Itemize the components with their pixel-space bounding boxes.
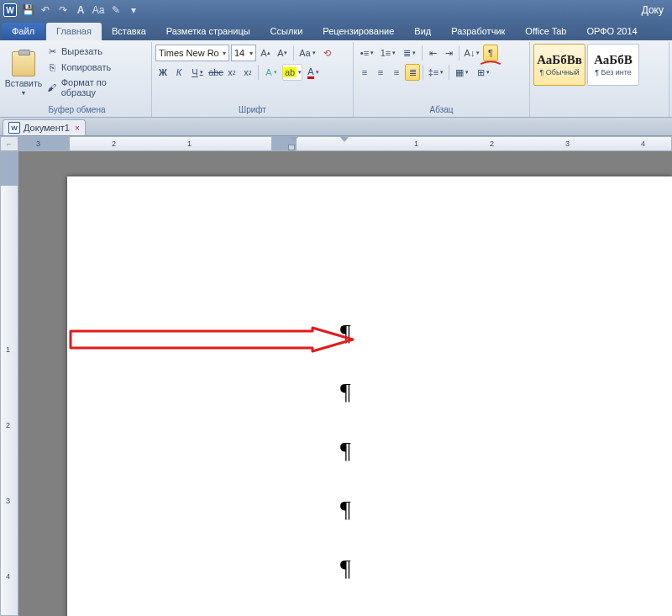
align-justify-button[interactable]: ≣ — [405, 64, 420, 81]
subscript-button[interactable]: x2 — [224, 64, 239, 81]
shading-button[interactable]: ▦ — [452, 64, 472, 81]
style-name: ¶ Без инте — [595, 67, 632, 76]
styles-gallery[interactable]: АаБбВв ¶ Обычный АаБбВ ¶ Без инте — [533, 44, 639, 86]
font-name-combo[interactable]: Times New Ro▾ — [155, 45, 229, 61]
style-normal[interactable]: АаБбВв ¶ Обычный — [533, 44, 585, 86]
style-preview: АаБбВ — [594, 53, 633, 67]
word-doc-icon: W — [8, 122, 20, 134]
sort-button[interactable]: A↓ — [462, 45, 482, 61]
page-area[interactable]: ¶ ¶ ¶ ¶ ¶ — [18, 151, 672, 616]
document-tab-name: Документ1 — [24, 123, 70, 133]
pilcrow-mark: ¶ — [340, 319, 351, 346]
text-case-icon[interactable]: Aa — [91, 3, 106, 18]
italic-button[interactable]: К — [171, 64, 186, 81]
tab-office-tab[interactable]: Office Tab — [515, 23, 576, 40]
first-line-indent-icon[interactable] — [340, 137, 349, 142]
pilcrow-mark: ¶ — [340, 496, 351, 523]
chevron-down-icon: ▾ — [223, 50, 226, 57]
chevron-down-icon: ▾ — [249, 50, 253, 57]
paste-button[interactable]: Вставить ▼ — [6, 44, 41, 103]
font-color-button[interactable]: A — [303, 64, 323, 81]
first-line-indent-icon[interactable] — [290, 137, 298, 142]
numbering-button[interactable]: 1≡ — [378, 45, 398, 61]
align-center-button[interactable]: ≡ — [373, 64, 388, 81]
show-pilcrow-button[interactable]: ¶ — [483, 45, 498, 61]
ruler-number: 4 — [641, 140, 645, 148]
separator — [423, 65, 423, 80]
ruler-number: 2 — [490, 140, 494, 148]
redo-icon[interactable]: ↷ — [55, 3, 71, 18]
tab-references[interactable]: Ссылки — [260, 23, 313, 40]
bold-button[interactable]: Ж — [155, 64, 171, 81]
ruler-number: 3 — [36, 140, 40, 148]
style-preview: АаБбВв — [537, 53, 582, 67]
bullets-button[interactable]: •≡ — [357, 45, 377, 61]
ruler-number: 3 — [565, 140, 570, 148]
style-no-spacing[interactable]: АаБбВ ¶ Без инте — [587, 44, 639, 86]
ruler-number: 1 — [187, 140, 192, 148]
font-size-combo[interactable]: 14▾ — [231, 45, 256, 61]
horizontal-ruler[interactable]: 3 2 1 1 2 3 4 — [18, 136, 672, 151]
pilcrow-mark: ¶ — [340, 555, 351, 582]
qat-more-icon[interactable]: ▾ — [126, 3, 141, 18]
save-icon[interactable]: 💾 — [20, 3, 35, 18]
text-effects-button[interactable]: A — [261, 64, 281, 81]
tab-review[interactable]: Рецензирование — [312, 23, 404, 40]
undo-icon[interactable]: ↶ — [38, 3, 53, 18]
paste-label: Вставить — [5, 78, 43, 88]
change-case-button[interactable]: Aa — [297, 45, 318, 61]
document-page[interactable]: ¶ ¶ ¶ ¶ ¶ — [67, 176, 672, 616]
separator — [449, 65, 449, 80]
copy-label: Копировать — [61, 62, 111, 72]
font-grow-icon[interactable]: A — [73, 3, 88, 18]
multilevel-button[interactable]: ≣ — [399, 45, 419, 61]
ruler-number: 2 — [6, 421, 10, 429]
group-font: Times New Ro▾ 14▾ A▴ A▾ Aa ⟲ Ж К Ч abc x… — [152, 42, 354, 117]
format-painter-label: Формат по образцу — [61, 77, 142, 97]
paintbrush-icon: 🖌 — [46, 82, 58, 93]
copy-icon: ⎘ — [46, 61, 58, 73]
clipboard-icon — [12, 51, 35, 76]
group-paragraph: •≡ 1≡ ≣ ⇤ ⇥ A↓ ¶ ≡ ≡ ≡ ≣ ‡≡ — [354, 42, 530, 117]
align-right-button[interactable]: ≡ — [389, 64, 404, 81]
ruler-corner[interactable]: ⌐ — [0, 136, 18, 151]
style-name: ¶ Обычный — [539, 67, 579, 76]
separator — [422, 45, 423, 61]
hanging-indent-icon[interactable] — [288, 145, 295, 150]
ruler-number: 1 — [414, 140, 418, 148]
strike-button[interactable]: abc — [208, 64, 223, 81]
highlight-button[interactable]: ab — [282, 64, 302, 81]
quick-access-toolbar: 💾 ↶ ↷ A Aa ✎ ▾ — [20, 3, 141, 18]
tab-orfo[interactable]: ОРФО 2014 — [576, 23, 647, 40]
vertical-ruler[interactable]: 1 2 3 4 — [0, 151, 18, 616]
superscript-button[interactable]: x2 — [240, 64, 255, 81]
underline-button[interactable]: Ч — [187, 64, 207, 81]
borders-button[interactable]: ⊞ — [473, 64, 493, 81]
align-left-button[interactable]: ≡ — [357, 64, 372, 81]
copy-button[interactable]: ⎘Копировать — [43, 60, 145, 75]
group-font-label: Шрифт — [155, 103, 349, 117]
line-spacing-button[interactable]: ‡≡ — [426, 64, 446, 81]
close-icon[interactable]: × — [73, 124, 80, 133]
cut-button[interactable]: ✂Вырезать — [43, 44, 145, 59]
font-size-value: 14 — [234, 48, 244, 58]
tab-developer[interactable]: Разработчик — [441, 23, 515, 40]
clear-format-button[interactable]: ⟲ — [319, 45, 334, 61]
tab-insert[interactable]: Вставка — [102, 23, 156, 40]
brush-icon[interactable]: ✎ — [108, 3, 123, 18]
format-painter-button[interactable]: 🖌Формат по образцу — [43, 76, 145, 99]
indent-decrease-button[interactable]: ⇤ — [425, 45, 440, 61]
tab-page-layout[interactable]: Разметка страницы — [156, 23, 260, 40]
shrink-font-button[interactable]: A▾ — [275, 45, 290, 61]
separator — [258, 65, 259, 80]
grow-font-button[interactable]: A▴ — [258, 45, 273, 61]
tab-file[interactable]: Файл — [2, 23, 45, 40]
document-tab[interactable]: W Документ1 × — [3, 119, 86, 135]
ribbon-tabs: Файл Главная Вставка Разметка страницы С… — [0, 20, 672, 40]
indent-increase-button[interactable]: ⇥ — [441, 45, 456, 61]
window-title: Доку — [642, 4, 664, 16]
tab-home[interactable]: Главная — [46, 23, 102, 40]
workspace: ⌐ 3 2 1 1 2 3 4 1 2 3 4 ¶ ¶ ¶ ¶ ¶ — [0, 136, 672, 616]
tab-view[interactable]: Вид — [404, 23, 441, 40]
cut-label: Вырезать — [61, 46, 102, 56]
